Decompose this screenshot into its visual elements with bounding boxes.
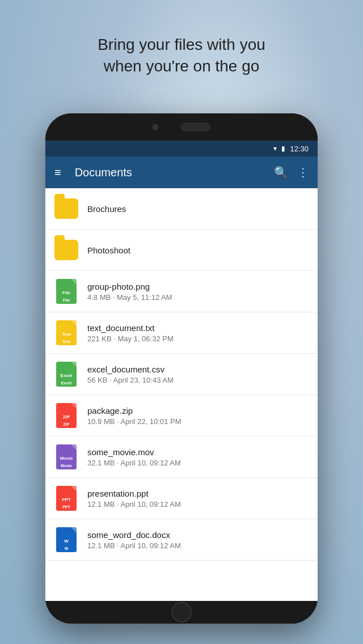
file-type-icon: Movie [54,443,78,471]
list-item[interactable]: W some_word_doc.docx 12.1 MB · April 10,… [45,519,318,561]
battery-icon: ▮ [281,145,285,152]
file-type-icon: Excel [54,361,78,388]
list-item[interactable]: ZIP package.zip 10.9 MB · April 22, 10:0… [45,395,318,437]
list-item[interactable]: Movie some_movie.mov 32.1 MB · April 10,… [45,437,318,478]
tagline: Bring your files with you when you're on… [0,34,363,77]
file-type-icon: ZIP [54,402,78,429]
file-name: text_document.txt [87,323,309,333]
search-icon[interactable]: 🔍 [274,166,288,179]
tagline-line1: Bring your files with you [98,36,265,53]
tagline-line2: when you're on the go [104,57,260,75]
phone-speaker [181,123,210,131]
file-type-icon: File [54,278,78,305]
file-name: some_word_doc.docx [87,530,309,540]
phone-camera [153,124,158,130]
file-info: excel_document.csv 56 KB · April 23, 10:… [87,365,309,384]
file-meta: 12.1 MB · April 10, 09:12 AM [87,500,309,509]
file-info: Photoshoot [87,245,309,255]
file-name: some_movie.mov [87,447,309,457]
file-info: Brochures [87,204,309,214]
file-info: presentation.ppt 12.1 MB · April 10, 09:… [87,489,309,509]
file-meta: 32.1 MB · April 10, 09:12 AM [87,459,309,467]
file-meta: 56 KB · April 23, 10:43 AM [87,376,309,384]
file-meta: 221 KB · May 1, 06:32 PM [87,334,309,343]
file-name: group-photo.png [87,282,309,291]
file-meta: 4.8 MB · May 5, 11:12 AM [87,293,309,302]
list-item[interactable]: PPT presentation.ppt 12.1 MB · April 10,… [45,478,318,519]
app-bar: ≡ Documents 🔍 ⋮ [45,156,318,188]
file-info: text_document.txt 221 KB · May 1, 06:32 … [87,323,309,343]
folder-icon [54,236,78,264]
file-list: Brochures Photoshoot File group-photo.pn… [45,188,318,601]
file-meta: 10.9 MB · April 22, 10:01 PM [87,417,309,426]
file-meta: 12.1 MB · April 10, 09:12 AM [87,541,309,550]
app-title: Documents [75,166,274,179]
file-info: some_word_doc.docx 12.1 MB · April 10, 0… [87,530,309,550]
file-type-icon: PPT [54,485,78,512]
home-button[interactable] [171,602,192,622]
folder-icon [54,195,78,222]
list-item[interactable]: Brochures [45,188,318,230]
phone-frame: ▾ ▮ 12:30 ≡ Documents 🔍 ⋮ Brochures [45,113,318,624]
app-bar-actions: 🔍 ⋮ [274,166,309,179]
file-info: group-photo.png 4.8 MB · May 5, 11:12 AM [87,282,309,302]
screen: ▾ ▮ 12:30 ≡ Documents 🔍 ⋮ Brochures [45,141,318,601]
list-item[interactable]: Photoshoot [45,230,318,271]
file-info: package.zip 10.9 MB · April 22, 10:01 PM [87,406,309,426]
file-name: package.zip [87,406,309,416]
file-info: some_movie.mov 32.1 MB · April 10, 09:12… [87,447,309,467]
phone-bottom [45,601,318,624]
phone-top [45,113,318,141]
status-bar: ▾ ▮ 12:30 [45,141,318,156]
file-type-icon: W [54,526,78,553]
list-item[interactable]: File group-photo.png 4.8 MB · May 5, 11:… [45,271,318,312]
file-name: excel_document.csv [87,365,309,374]
file-name: presentation.ppt [87,489,309,498]
file-name: Photoshoot [87,245,309,255]
file-type-icon: Text [54,319,78,346]
file-name: Brochures [87,204,309,214]
menu-icon[interactable]: ≡ [54,166,61,179]
status-time: 12:30 [290,145,309,153]
list-item[interactable]: Text text_document.txt 221 KB · May 1, 0… [45,312,318,354]
wifi-icon: ▾ [273,145,277,152]
more-options-icon[interactable]: ⋮ [297,166,309,179]
list-item[interactable]: Excel excel_document.csv 56 KB · April 2… [45,354,318,395]
